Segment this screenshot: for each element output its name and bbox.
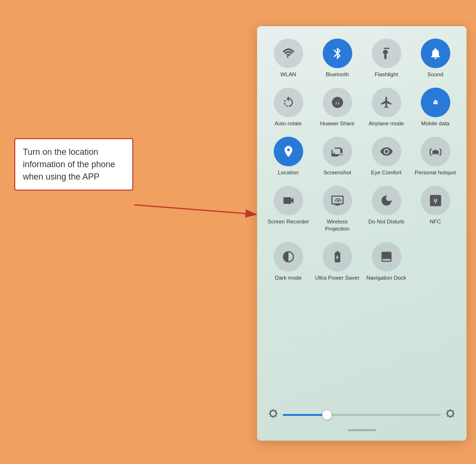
airplane-icon-wrap — [372, 88, 401, 117]
brightness-track[interactable] — [283, 414, 441, 416]
screenrecorder-icon — [282, 194, 295, 207]
dnd-icon-wrap — [372, 186, 401, 215]
screenshot-icon-wrap — [323, 137, 352, 166]
powersaver-icon — [331, 250, 344, 263]
airplane-label: Airplane mode — [368, 120, 404, 127]
svg-point-4 — [336, 104, 339, 107]
qs-item-navdock[interactable]: Navigation Dock — [363, 239, 410, 284]
wlan-label: WLAN — [280, 71, 296, 78]
mobiledata-icon — [429, 96, 442, 109]
qs-item-bluetooth[interactable]: Bluetooth — [314, 36, 361, 81]
flashlight-icon — [380, 47, 393, 60]
wireless-label: Wireless Projection — [315, 218, 360, 232]
darkmode-label: Dark mode — [275, 274, 301, 282]
airplane-icon — [380, 96, 393, 109]
bluetooth-icon-wrap — [323, 39, 352, 68]
nfc-label: NFC — [430, 218, 441, 225]
qs-item-wireless[interactable]: Wireless Projection — [314, 183, 361, 235]
brightness-low-icon — [268, 409, 278, 421]
flashlight-icon-wrap — [372, 39, 401, 68]
wireless-icon — [331, 194, 344, 207]
qs-item-darkmode[interactable]: Dark mode — [265, 239, 312, 284]
annotation-box: Turn on the location information of the … — [14, 138, 133, 191]
huawei-share-icon-wrap — [323, 88, 352, 117]
eye-icon — [380, 145, 393, 158]
mobiledata-label: Mobile data — [421, 120, 449, 127]
hotspot-label: Personal hotspot — [415, 169, 456, 176]
autorotate-icon — [282, 96, 295, 109]
bluetooth-label: Bluetooth — [326, 71, 349, 78]
autorotate-label: Auto-rotate — [275, 120, 302, 127]
qs-item-autorotate[interactable]: Auto-rotate — [265, 85, 312, 130]
huawei-share-label: Huawei Share — [320, 120, 354, 127]
quick-settings-grid: WLAN Bluetooth Flashlight — [265, 36, 459, 284]
home-bar — [347, 429, 376, 431]
qs-item-screenrecorder[interactable]: Screen Recorder — [265, 183, 312, 235]
powersaver-label: Ultra Power Saver — [315, 274, 359, 282]
nfc-icon — [429, 194, 442, 207]
home-indicator — [265, 424, 459, 433]
qs-item-wlan[interactable]: WLAN — [265, 36, 312, 81]
qs-item-powersaver[interactable]: Ultra Power Saver — [314, 239, 361, 284]
phone-panel: WLAN Bluetooth Flashlight — [257, 26, 466, 441]
brightness-high-icon — [446, 409, 455, 421]
qs-item-screenshot[interactable]: Screenshot — [314, 134, 361, 179]
hotspot-icon — [429, 145, 442, 158]
qs-item-hotspot[interactable]: Personal hotspot — [412, 134, 459, 179]
powersaver-icon-wrap — [323, 242, 352, 272]
qs-item-mobiledata[interactable]: Mobile data — [412, 85, 459, 130]
huawei-share-icon — [331, 96, 344, 109]
sound-label: Sound — [427, 71, 443, 78]
qs-item-nfc[interactable]: NFC — [412, 183, 459, 235]
qs-item-eyecomfort[interactable]: Eye Comfort — [363, 134, 410, 179]
screenshot-icon — [331, 145, 344, 158]
location-label: Location — [278, 169, 298, 176]
darkmode-icon — [282, 250, 295, 263]
navdock-icon-wrap — [372, 242, 401, 272]
eyecomfort-icon-wrap — [372, 137, 401, 166]
screenrecorder-icon-wrap — [274, 186, 303, 215]
mobiledata-icon-wrap — [421, 88, 450, 117]
sound-icon-wrap — [421, 39, 450, 68]
eyecomfort-label: Eye Comfort — [371, 169, 402, 176]
bluetooth-icon — [331, 47, 344, 60]
qs-item-flashlight[interactable]: Flashlight — [363, 36, 410, 81]
wireless-icon-wrap — [323, 186, 352, 215]
screenrecorder-label: Screen Recorder — [268, 218, 309, 225]
qs-item-huawei-share[interactable]: Huawei Share — [314, 85, 361, 130]
dnd-label: Do Not Disturb — [368, 218, 404, 225]
brightness-row — [265, 403, 459, 424]
wifi-icon — [282, 47, 295, 60]
brightness-thumb — [322, 410, 332, 420]
page-container: Turn on the location information of the … — [0, 0, 476, 464]
location-icon — [282, 145, 295, 158]
screenshot-label: Screenshot — [323, 169, 351, 176]
annotation-text: Turn on the location information of the … — [23, 147, 115, 182]
qs-item-sound[interactable]: Sound — [412, 36, 459, 81]
qs-item-dnd[interactable]: Do Not Disturb — [363, 183, 410, 235]
autorotate-icon-wrap — [274, 88, 303, 117]
location-icon-wrap — [274, 137, 303, 166]
qs-item-airplane[interactable]: Airplane mode — [363, 85, 410, 130]
navdock-icon — [380, 250, 393, 263]
navdock-label: Navigation Dock — [367, 274, 407, 282]
nfc-icon-wrap — [421, 186, 450, 215]
sound-icon — [429, 47, 442, 60]
wlan-icon-wrap — [274, 39, 303, 68]
moon-icon — [380, 194, 393, 207]
qs-item-location[interactable]: Location — [265, 134, 312, 179]
darkmode-icon-wrap — [274, 242, 303, 272]
svg-line-1 — [134, 205, 256, 214]
flashlight-label: Flashlight — [375, 71, 398, 78]
brightness-fill — [283, 414, 327, 416]
hotspot-icon-wrap — [421, 137, 450, 166]
